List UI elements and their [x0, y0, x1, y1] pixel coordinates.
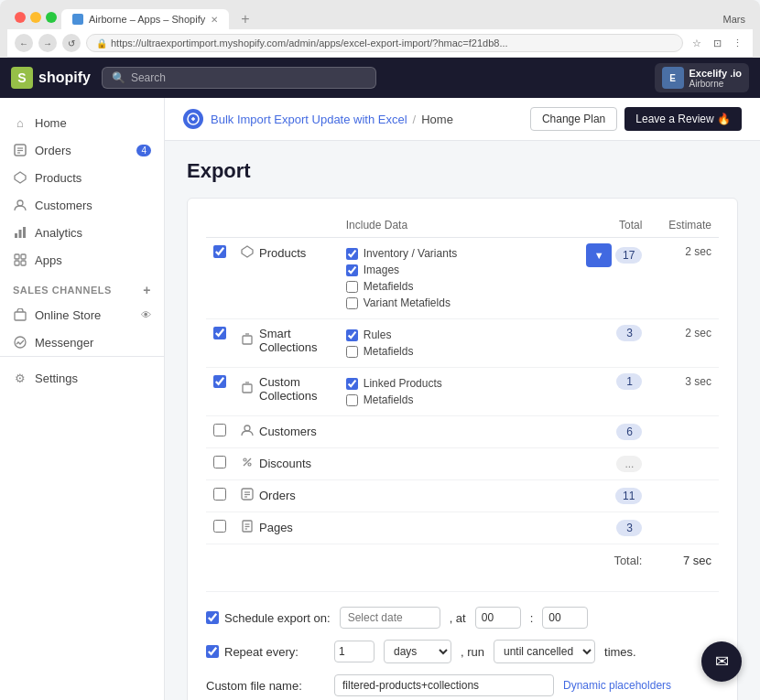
sidebar-item-apps[interactable]: Apps: [0, 246, 164, 274]
tab-close-button[interactable]: ✕: [211, 15, 218, 25]
repeat-row: Repeat every: days weeks months , run un…: [206, 640, 719, 663]
pages-checkbox[interactable]: [213, 520, 226, 533]
user-app: Excelify .io: [689, 68, 742, 79]
apps-icon: [13, 253, 27, 267]
custom-collections-checkbox[interactable]: [213, 375, 226, 388]
sidebar-item-analytics[interactable]: Analytics: [0, 219, 164, 246]
filename-row: Custom file name: Dynamic placeholders: [206, 674, 719, 696]
pages-estimate: [649, 512, 719, 544]
search-bar[interactable]: 🔍: [102, 67, 376, 89]
sidebar-label-online-store: Online Store: [35, 308, 101, 322]
repeat-number-input[interactable]: [334, 641, 375, 662]
window-close[interactable]: [15, 12, 26, 23]
table-row: Smart Collections Rules Meta: [206, 319, 719, 368]
user-name: Mars: [723, 14, 745, 25]
top-navigation: S shopify 🔍 E Excelify .io Airborne: [0, 58, 760, 98]
forward-button[interactable]: →: [38, 34, 57, 52]
lock-icon: 🔒: [96, 38, 107, 48]
breadcrumb: Bulk Import Export Update with Excel / H…: [211, 113, 453, 126]
repeat-until-select[interactable]: until cancelled forever: [494, 640, 595, 663]
discounts-label: Discounts: [241, 456, 331, 471]
sidebar-item-products[interactable]: Products: [0, 164, 164, 191]
linked-products-checkbox[interactable]: [346, 378, 358, 390]
url-bar[interactable]: 🔒 https://ultraexportimport.myshopify.co…: [86, 34, 683, 52]
total-header: Total: [577, 213, 649, 238]
user-sub: Airborne: [689, 79, 742, 89]
products-filter-button[interactable]: ▼: [586, 243, 612, 267]
sidebar-bottom: ⚙ Settings: [0, 356, 164, 392]
linked-products-row: Linked Products: [346, 375, 570, 392]
change-plan-button[interactable]: Change Plan: [530, 107, 617, 131]
linked-products-label: Linked Products: [364, 377, 442, 390]
breadcrumb-parent[interactable]: Bulk Import Export Update with Excel: [211, 113, 407, 126]
cc-metafields-checkbox[interactable]: [346, 394, 358, 406]
add-sales-channel-button[interactable]: +: [143, 283, 151, 297]
svg-rect-7: [19, 230, 22, 238]
customers-checkbox[interactable]: [213, 424, 226, 436]
export-table: Include Data Total Estimate: [206, 213, 719, 576]
sidebar-item-settings[interactable]: ⚙ Settings: [0, 364, 164, 392]
active-tab[interactable]: Airborne – Apps – Shopify ✕: [61, 9, 229, 29]
rules-checkbox[interactable]: [346, 329, 358, 341]
variant-metafields-checkbox[interactable]: [346, 297, 358, 309]
variant-metafields-label: Variant Metafields: [364, 296, 451, 309]
bookmark-button[interactable]: ☆: [689, 35, 705, 51]
schedule-minute-input[interactable]: [542, 607, 588, 629]
page-inner: Export Include Data Total Estimate: [165, 141, 760, 700]
svg-point-19: [244, 425, 250, 431]
sidebar-label-home: Home: [35, 116, 67, 130]
app-icon: [183, 109, 203, 129]
url-text: https://ultraexportimport.myshopify.com/…: [111, 38, 508, 48]
new-tab-button[interactable]: +: [241, 11, 249, 27]
custom-collections-icon: [241, 382, 254, 397]
more-button[interactable]: ⋮: [729, 35, 745, 51]
filename-input[interactable]: [334, 674, 554, 696]
metafields-checkbox[interactable]: [346, 281, 358, 293]
smart-collections-icon: [241, 333, 254, 349]
sidebar-item-messenger[interactable]: Messenger: [0, 328, 164, 356]
svg-rect-13: [15, 312, 26, 320]
orders-row-label: Orders: [241, 488, 331, 503]
inventory-checkbox[interactable]: [346, 248, 358, 260]
breadcrumb-current: Home: [421, 113, 453, 126]
sidebar-item-home[interactable]: ⌂ Home: [0, 109, 164, 136]
back-button[interactable]: ←: [15, 34, 33, 52]
svg-point-5: [17, 200, 23, 206]
search-input[interactable]: [131, 71, 366, 84]
repeat-unit-select[interactable]: days weeks months: [384, 640, 451, 663]
dynamic-placeholders-link[interactable]: Dynamic placeholders: [563, 679, 671, 692]
repeat-checkbox[interactable]: [206, 645, 219, 658]
shopify-logo[interactable]: S shopify: [11, 67, 91, 89]
window-maximize[interactable]: [46, 12, 57, 23]
chat-button[interactable]: ✉: [701, 641, 742, 682]
schedule-checkbox[interactable]: [206, 611, 219, 624]
user-badge[interactable]: E Excelify .io Airborne: [655, 63, 749, 92]
images-checkbox[interactable]: [346, 264, 358, 276]
refresh-button[interactable]: ↺: [62, 34, 81, 52]
estimate-header: Estimate: [649, 213, 719, 238]
svg-rect-6: [15, 233, 17, 238]
window-minimize[interactable]: [30, 12, 41, 23]
sc-metafields-checkbox[interactable]: [346, 346, 358, 358]
discounts-checkbox[interactable]: [213, 456, 226, 468]
sidebar-item-orders[interactable]: Orders 4: [0, 136, 164, 164]
svg-marker-16: [242, 246, 253, 257]
leave-review-button[interactable]: Leave a Review 🔥: [624, 107, 742, 131]
extensions-button[interactable]: ⊡: [709, 35, 725, 51]
sidebar-item-customers[interactable]: Customers: [0, 191, 164, 219]
online-store-toggle[interactable]: 👁: [141, 309, 151, 320]
pages-total: 3: [616, 520, 642, 536]
products-checkbox[interactable]: [213, 245, 226, 258]
custom-collections-estimate: 3 sec: [649, 368, 719, 416]
schedule-hour-input[interactable]: [475, 607, 521, 629]
sidebar-label-settings: Settings: [35, 372, 78, 385]
schedule-date-input[interactable]: [340, 607, 440, 629]
svg-point-21: [248, 463, 251, 466]
sales-channels-title: SALES CHANNELS +: [0, 274, 164, 301]
discounts-total: ...: [616, 456, 642, 472]
smart-collections-checkbox[interactable]: [213, 327, 226, 339]
sidebar-item-online-store[interactable]: Online Store 👁: [0, 301, 164, 328]
orders-checkbox[interactable]: [213, 488, 226, 501]
variant-metafields-row: Variant Metafields: [346, 295, 570, 311]
discounts-estimate: [649, 448, 719, 480]
